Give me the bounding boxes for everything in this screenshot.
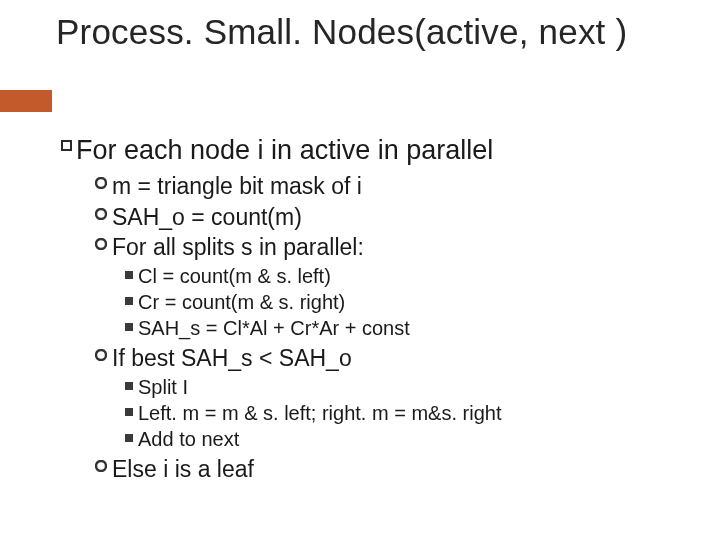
list-item: Else i is a leaf xyxy=(90,455,696,484)
svg-point-3 xyxy=(96,350,106,360)
list-item: For each node i in active in parallel xyxy=(56,134,696,168)
list-item: If best SAH_s < SAH_o xyxy=(90,344,696,373)
list-item: m = triangle bit mask of i xyxy=(90,172,696,201)
list-text: Else i is a leaf xyxy=(112,455,254,484)
donut-icon xyxy=(90,233,112,250)
list-text: SAH_o = count(m) xyxy=(112,203,302,232)
filled-square-icon xyxy=(120,264,138,279)
slide-body: For each node i in active in parallel m … xyxy=(56,134,696,486)
list-item: Cr = count(m & s. right) xyxy=(120,290,696,315)
list-text: Cr = count(m & s. right) xyxy=(138,290,345,315)
svg-point-1 xyxy=(96,209,106,219)
slide: Process. Small. Nodes(active, next ) For… xyxy=(0,0,720,540)
list-item: Split I xyxy=(120,375,696,400)
list-level-3: Cl = count(m & s. left) Cr = count(m & s… xyxy=(120,264,696,341)
list-text: SAH_s = Cl*Al + Cr*Ar + const xyxy=(138,316,410,341)
filled-square-icon xyxy=(120,316,138,331)
filled-square-icon xyxy=(120,375,138,390)
filled-square-icon xyxy=(120,427,138,442)
accent-bar xyxy=(0,90,52,112)
list-level-2: m = triangle bit mask of i SAH_o = count… xyxy=(90,172,696,484)
list-item: Cl = count(m & s. left) xyxy=(120,264,696,289)
list-item: Add to next xyxy=(120,427,696,452)
filled-square-icon xyxy=(120,290,138,305)
donut-icon xyxy=(90,344,112,361)
list-text: For each node i in active in parallel xyxy=(76,134,493,168)
list-text: Add to next xyxy=(138,427,239,452)
filled-square-icon xyxy=(120,401,138,416)
list-level-3: Split I Left. m = m & s. left; right. m … xyxy=(120,375,696,452)
svg-point-4 xyxy=(96,461,106,471)
list-text: Split I xyxy=(138,375,188,400)
list-text: m = triangle bit mask of i xyxy=(112,172,362,201)
list-text: Cl = count(m & s. left) xyxy=(138,264,331,289)
svg-point-0 xyxy=(96,178,106,188)
svg-point-2 xyxy=(96,239,106,249)
list-text: For all splits s in parallel: xyxy=(112,233,364,262)
donut-icon xyxy=(90,455,112,472)
hollow-square-icon xyxy=(56,134,76,151)
list-item: For all splits s in parallel: xyxy=(90,233,696,262)
list-item: SAH_s = Cl*Al + Cr*Ar + const xyxy=(120,316,696,341)
list-text: Left. m = m & s. left; right. m = m&s. r… xyxy=(138,401,501,426)
donut-icon xyxy=(90,172,112,189)
slide-title: Process. Small. Nodes(active, next ) xyxy=(56,12,696,51)
list-item: SAH_o = count(m) xyxy=(90,203,696,232)
donut-icon xyxy=(90,203,112,220)
list-item: Left. m = m & s. left; right. m = m&s. r… xyxy=(120,401,696,426)
list-text: If best SAH_s < SAH_o xyxy=(112,344,352,373)
